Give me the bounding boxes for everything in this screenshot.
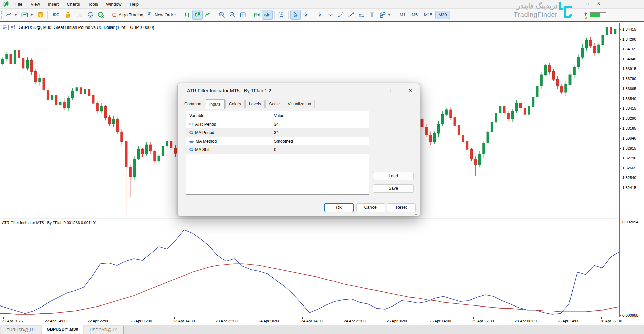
algo-square-button[interactable]: Algo Trading [110, 10, 146, 20]
dialog-resize-grip[interactable] [414, 211, 418, 215]
param-row-atr-period[interactable]: 01ATR Period 34 [186, 120, 369, 128]
dialog-tab-colors[interactable]: Colors [225, 100, 245, 108]
price-scale-tick [620, 49, 621, 49]
toolbar-group [252, 10, 273, 20]
fibonacci-button[interactable] [356, 10, 367, 20]
chart-tab-eurusd--h1[interactable]: EURUSD@,H1 [1, 326, 41, 334]
column-header-value: Value [271, 113, 284, 118]
menu-insert[interactable]: Insert [44, 0, 63, 8]
dialog-tab-inputs[interactable]: Inputs [206, 99, 225, 109]
equidistant-channel-button[interactable] [346, 10, 356, 20]
trendline-button[interactable] [336, 10, 346, 20]
param-row-ma-period[interactable]: 01MA Period 34 [186, 128, 369, 137]
tile-windows-button[interactable] [238, 10, 248, 20]
shift-end-button[interactable] [252, 10, 262, 20]
auto-scroll-button[interactable] [262, 10, 273, 20]
param-name: MA Shift [195, 147, 211, 152]
dropdown-caret-icon[interactable] [14, 14, 17, 16]
load-button[interactable]: Load [373, 172, 414, 180]
menu-view[interactable]: View [27, 0, 44, 8]
indicator-scale-tick [620, 222, 621, 222]
xp-progress-bar[interactable] [590, 12, 606, 17]
price-scale-tick [620, 118, 621, 119]
timeframe-m1-button[interactable]: M1 [397, 11, 409, 19]
crosshair-icon [302, 11, 309, 18]
menu-file[interactable]: File [11, 0, 27, 8]
cursor-button[interactable] [290, 10, 301, 20]
indicator-pane-canvas[interactable] [0, 219, 619, 317]
menu-help[interactable]: Help [126, 0, 143, 8]
chart-tab-gbpusd--m30[interactable]: GBPUSD@,M30 [42, 325, 83, 334]
param-value[interactable]: 0 [271, 147, 276, 152]
timeframe-m15-button[interactable]: M15 [421, 11, 435, 19]
equidistant-channel-icon [348, 11, 355, 18]
dollar-button[interactable]: $ [35, 10, 46, 20]
svg-text:((o)): ((o)) [77, 13, 82, 17]
horizontal-line-button[interactable] [325, 10, 336, 20]
camera-button[interactable] [276, 10, 287, 20]
line-chart-button[interactable] [203, 10, 213, 20]
dialog-tab-common[interactable]: Common [181, 100, 205, 108]
dialog-maximize-button[interactable]: □ [387, 86, 397, 94]
price-scale[interactable]: 1.344151.342901.341651.340401.339151.337… [619, 23, 644, 317]
vertical-line-button[interactable] [315, 10, 325, 20]
new-order-doc-button[interactable]: New Order [146, 10, 178, 20]
dialog-close-button[interactable]: ✕ [405, 86, 415, 94]
price-scale-tick [620, 79, 621, 79]
column-header-variable: Variable [189, 113, 204, 118]
indicator-window-button[interactable] [19, 10, 35, 20]
community-button[interactable] [96, 10, 106, 20]
dialog-minimize-button[interactable]: — [368, 86, 378, 94]
toolbar-grip[interactable] [1, 11, 2, 19]
market-bag-button[interactable] [63, 10, 73, 20]
chart-tab-usdcad--h1[interactable]: USDCAD@,H1 [84, 326, 124, 334]
reset-button[interactable]: Reset [387, 203, 416, 212]
price-scale-label: 1.32665 [622, 166, 636, 170]
dialog-tab-levels[interactable]: Levels [245, 100, 265, 108]
dialog-tab-scale[interactable]: Scale [265, 100, 283, 108]
time-axis-label: 24 Apr 14:00 [301, 319, 323, 323]
menu-window[interactable]: Window [102, 0, 126, 8]
window-close-button[interactable]: ✕ [595, 1, 602, 6]
param-value[interactable]: 34 [271, 130, 279, 135]
candles-chart-button[interactable] [192, 10, 203, 20]
bars-chart-button[interactable] [182, 10, 192, 20]
timeframe-m30-button[interactable]: M30 [435, 11, 450, 19]
dialog-title-bar[interactable]: ATR Filter Indicator MT5 - By TFlab 1.2 … [178, 84, 420, 98]
algo-square-icon [111, 11, 117, 18]
toolbar-group: Algo TradingNew Order [110, 10, 178, 20]
line-chart-profile-button[interactable] [4, 10, 19, 20]
time-axis-label: 22 Apr 22:00 [88, 319, 109, 323]
crosshair-button[interactable] [301, 10, 311, 20]
param-row-ma-shift[interactable]: 01MA Shift 0 [186, 145, 369, 154]
timeframe-m5-button[interactable]: M5 [409, 11, 421, 19]
menu-tools[interactable]: Tools [84, 0, 102, 8]
window-maximize-button[interactable]: □ [584, 1, 591, 6]
cloud-button[interactable] [85, 10, 96, 20]
dialog-tab-visualization[interactable]: Visualization [284, 100, 315, 108]
param-value[interactable]: Smoothed [271, 139, 293, 144]
time-axis-label: 24 Apr 06:00 [258, 319, 280, 323]
table-header-row: Variable Value [186, 111, 369, 120]
ide-button[interactable]: IDE [49, 10, 63, 20]
toolbar-group [276, 10, 287, 20]
signals-button[interactable]: ((o)) [73, 10, 85, 20]
dropdown-caret-icon[interactable] [30, 14, 33, 16]
shapes-button[interactable] [377, 10, 393, 20]
zoom-out-button[interactable] [227, 10, 238, 20]
save-button[interactable]: Save [373, 184, 414, 193]
param-row-ma-method[interactable]: MA Method Smoothed [186, 137, 369, 145]
window-minimize-button[interactable]: — [572, 1, 580, 6]
cancel-button[interactable]: Cancel [356, 203, 385, 212]
text-tool-button[interactable] [367, 10, 377, 20]
zoom-in-button[interactable] [217, 10, 227, 20]
param-value[interactable]: 34 [271, 122, 279, 127]
ok-button[interactable]: OK [324, 203, 354, 212]
param-name: MA Period [195, 130, 214, 135]
svg-text:$: $ [39, 13, 42, 17]
time-axis-label: 25 Apr 06:00 [387, 319, 408, 323]
time-axis[interactable]: 22 Apr 202522 Apr 14:0022 Apr 22:0023 Ap… [0, 317, 644, 325]
dropdown-caret-icon[interactable] [388, 14, 391, 16]
price-scale-tick [620, 138, 621, 138]
menu-charts[interactable]: Charts [63, 0, 84, 8]
